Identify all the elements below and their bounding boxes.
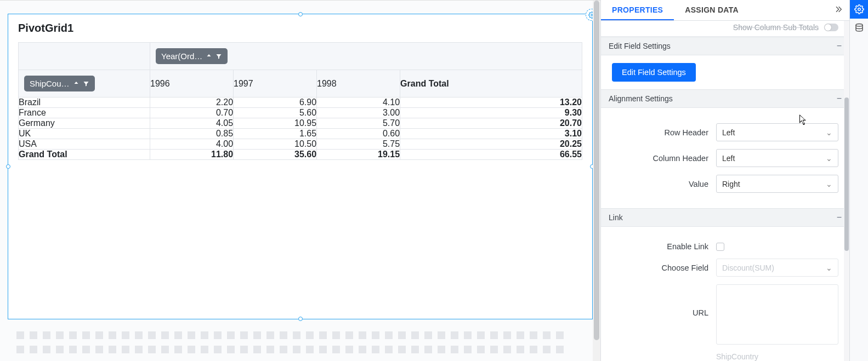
collapse-panel-button[interactable] [831, 5, 846, 15]
filter-icon[interactable] [83, 81, 89, 87]
select-value: Discount(SUM) [722, 263, 774, 272]
svg-point-1 [858, 8, 861, 11]
url-label: URL [612, 284, 716, 317]
column-total: 11.80 [150, 150, 234, 160]
column-total: 19.15 [317, 150, 400, 160]
panel-scrollbar-thumb[interactable] [844, 98, 849, 251]
enable-link-checkbox[interactable] [716, 243, 724, 251]
show-column-subtotals-row: Show Column Sub Totals [601, 21, 849, 37]
row-header-align-label: Row Header [612, 128, 716, 137]
cell: 5.70 [317, 118, 400, 129]
section-edit-field-settings[interactable]: Edit Field Settings − [601, 37, 849, 55]
column-total: 35.60 [234, 150, 317, 160]
properties-panel: PROPERTIES ASSIGN DATA Show Column Sub T… [600, 0, 849, 361]
cell: 1.65 [234, 129, 317, 139]
cell: 0.60 [317, 129, 400, 139]
cell: 4.00 [150, 139, 234, 150]
resize-handle-left[interactable] [6, 164, 10, 169]
row-header-align-select[interactable]: Left ⌄ [716, 123, 838, 141]
chevron-down-icon: ⌄ [826, 263, 832, 272]
widget-title: PivotGrid1 [8, 14, 592, 42]
table-row: France 0.70 5.60 3.00 9.30 [19, 108, 582, 118]
show-column-subtotals-toggle[interactable] [824, 24, 838, 31]
column-header[interactable]: 1996 [150, 70, 234, 98]
choose-field-label: Choose Field [612, 263, 716, 272]
row-field-chip-cell[interactable]: ShipCou… [19, 70, 150, 98]
row-header: France [19, 108, 150, 118]
panel-tabs: PROPERTIES ASSIGN DATA [601, 0, 849, 21]
row-header: Germany [19, 118, 150, 129]
collapse-section-icon[interactable]: − [837, 213, 842, 222]
cell: 4.05 [150, 118, 234, 129]
select-value: Left [722, 154, 735, 163]
row-field-drop-zone[interactable] [19, 43, 150, 70]
column-header-align-label: Column Header [612, 154, 716, 163]
column-field-label: Year(Ord… [161, 51, 202, 61]
designer-canvas[interactable]: PivotGrid1 Year(Ord… Shi [0, 0, 600, 361]
panel-scrollbar[interactable] [844, 21, 849, 361]
canvas-grid-row [0, 346, 600, 353]
url-textarea [716, 284, 838, 345]
resize-handle-bottom[interactable] [298, 317, 303, 321]
table-row: Germany 4.05 10.95 5.70 20.70 [19, 118, 582, 129]
cell: 0.70 [150, 108, 234, 118]
value-align-select[interactable]: Right ⌄ [716, 175, 838, 193]
section-title: Alignment Settings [609, 94, 673, 103]
cell: 2.20 [150, 98, 234, 108]
row-total: 13.20 [400, 98, 582, 108]
rail-properties-button[interactable] [850, 0, 868, 19]
row-header: USA [19, 139, 150, 150]
cell: 4.10 [317, 98, 400, 108]
edit-field-settings-button[interactable]: Edit Field Settings [612, 63, 696, 82]
collapse-section-icon[interactable]: − [837, 94, 842, 103]
table-row: UK 0.85 1.65 0.60 3.10 [19, 129, 582, 139]
row-total: 3.10 [400, 129, 582, 139]
table-row: USA 4.00 10.50 5.75 20.25 [19, 139, 582, 150]
canvas-grid-row [0, 331, 600, 339]
cell: 0.85 [150, 129, 234, 139]
rail-data-button[interactable] [850, 19, 868, 37]
chevron-double-right-icon [834, 5, 843, 14]
canvas-scrollbar-thumb[interactable] [594, 1, 599, 340]
resize-handle-top[interactable] [298, 12, 303, 16]
row-field-chip[interactable]: ShipCou… [24, 76, 95, 91]
canvas-scrollbar[interactable] [593, 1, 600, 361]
row-header: UK [19, 129, 150, 139]
chevron-down-icon: ⌄ [826, 154, 832, 163]
select-value: Left [722, 128, 735, 137]
section-alignment-settings[interactable]: Alignment Settings − [601, 89, 849, 108]
gear-icon [854, 4, 864, 14]
pivotgrid-widget[interactable]: PivotGrid1 Year(Ord… Shi [8, 14, 593, 319]
sort-asc-icon[interactable] [206, 53, 212, 60]
grand-total-row: Grand Total 11.80 35.60 19.15 66.55 [19, 150, 582, 160]
row-header: Brazil [19, 98, 150, 108]
value-align-label: Value [612, 180, 716, 188]
pivot-table: Year(Ord… ShipCou… 1996 [18, 42, 582, 160]
tab-assign-data[interactable]: ASSIGN DATA [674, 0, 750, 20]
cell: 5.60 [234, 108, 317, 118]
chevron-down-icon: ⌄ [826, 128, 832, 137]
select-value: Right [722, 180, 740, 188]
row-total: 20.25 [400, 139, 582, 150]
collapse-section-icon[interactable]: − [837, 42, 842, 50]
cell: 10.95 [234, 118, 317, 129]
row-total: 9.30 [400, 108, 582, 118]
column-field-drop-zone[interactable]: Year(Ord… [150, 43, 582, 70]
filter-icon[interactable] [215, 53, 222, 60]
sort-asc-icon[interactable] [73, 81, 80, 87]
cell: 3.00 [317, 108, 400, 118]
column-header[interactable]: 1997 [234, 70, 317, 98]
cell: 5.75 [317, 139, 400, 150]
chevron-down-icon: ⌄ [826, 180, 832, 188]
cell: 6.90 [234, 98, 317, 108]
section-link[interactable]: Link − [601, 208, 849, 227]
column-header-align-select[interactable]: Left ⌄ [716, 149, 838, 167]
column-header[interactable]: 1998 [317, 70, 400, 98]
grand-total: 66.55 [400, 150, 582, 160]
tab-properties[interactable]: PROPERTIES [601, 0, 674, 20]
database-icon [854, 23, 864, 33]
row-field-label: ShipCou… [30, 79, 70, 88]
column-field-chip[interactable]: Year(Ord… [156, 48, 228, 64]
cell: 10.50 [234, 139, 317, 150]
link-field-hint: ShipCountry [716, 352, 838, 361]
